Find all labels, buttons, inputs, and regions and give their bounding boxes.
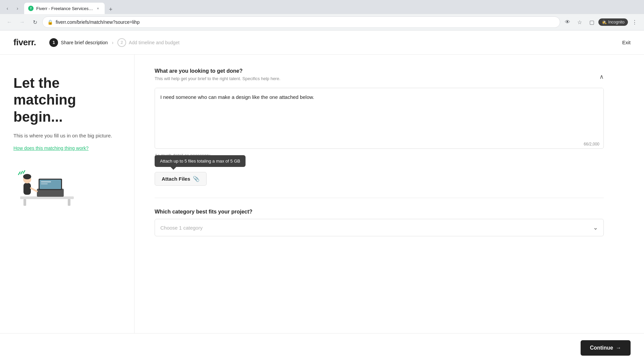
- lock-icon: 🔒: [47, 19, 53, 25]
- toolbar-right: 👁 ☆ ▢ 🕵 Incognito ⋮: [562, 17, 640, 27]
- attach-area: Attach up to 5 files totaling a max of 5…: [155, 172, 604, 186]
- address-text: fiverr.com/briefs/match/new?source=lihp: [56, 19, 555, 25]
- category-label: Which category best fits your project?: [155, 209, 604, 215]
- browser-chrome: ‹ › f Fiverr - Freelance Services Mar × …: [0, 0, 644, 31]
- question-label: What are you looking to get done?: [155, 68, 280, 74]
- svg-rect-8: [23, 183, 31, 195]
- tooltip-container: Attach up to 5 files totaling a max of 5…: [155, 172, 207, 186]
- right-panel: What are you looking to get done? This w…: [134, 55, 644, 333]
- sidebar-icon[interactable]: ▢: [586, 17, 597, 27]
- chevron-down-icon: ⌄: [593, 224, 598, 231]
- app-container: fiverr. 1 Share brief description › 2 Ad…: [0, 31, 644, 362]
- eye-slash-icon[interactable]: 👁: [562, 17, 573, 27]
- how-it-works-link[interactable]: How does this matching thing work?: [13, 145, 89, 151]
- browser-toolbar: ← → ↻ 🔒 fiverr.com/briefs/match/new?sour…: [0, 14, 644, 30]
- menu-icon[interactable]: ⋮: [629, 17, 640, 27]
- continue-arrow-icon: →: [616, 345, 621, 351]
- active-tab[interactable]: f Fiverr - Freelance Services Mar ×: [24, 3, 105, 14]
- question-section: What are you looking to get done? This w…: [155, 68, 604, 186]
- form-section-header: What are you looking to get done? This w…: [155, 68, 604, 85]
- stepper: 1 Share brief description › 2 Add timeli…: [49, 38, 179, 47]
- refresh-button[interactable]: ↻: [30, 17, 40, 27]
- continue-label: Continue: [590, 345, 613, 351]
- exit-button[interactable]: Exit: [622, 40, 631, 45]
- step-2-number: 2: [117, 38, 126, 47]
- bookmark-icon[interactable]: ☆: [574, 17, 585, 27]
- new-tab-button[interactable]: +: [106, 5, 115, 14]
- svg-rect-1: [23, 199, 26, 206]
- collapse-button[interactable]: ∧: [599, 73, 604, 80]
- svg-line-13: [21, 171, 22, 174]
- step-1: 1 Share brief description: [49, 38, 108, 47]
- collapse-icon: ∧: [599, 73, 604, 80]
- question-sublabel: This will help get your brief to the rig…: [155, 76, 280, 81]
- svg-rect-0: [20, 196, 74, 199]
- svg-line-12: [18, 172, 20, 175]
- step-arrow: ›: [112, 40, 113, 45]
- attach-files-button[interactable]: Attach Files 📎: [155, 172, 207, 186]
- tab-group: f Fiverr - Freelance Services Mar × +: [24, 3, 641, 14]
- textarea-wrapper: I need someone who can make a design lik…: [155, 88, 604, 149]
- svg-line-11: [31, 188, 37, 191]
- attach-icon: 📎: [193, 176, 200, 182]
- step-1-number: 1: [49, 38, 58, 47]
- app-header: fiverr. 1 Share brief description › 2 Ad…: [0, 31, 644, 55]
- illustration: [13, 165, 80, 205]
- tooltip-box: Attach up to 5 files totaling a max of 5…: [155, 155, 246, 167]
- tooltip-text: Attach up to 5 files totaling a max of 5…: [160, 159, 240, 164]
- attach-label: Attach Files: [162, 176, 190, 182]
- incognito-badge[interactable]: 🕵 Incognito: [598, 18, 628, 26]
- incognito-icon: 🕵: [602, 20, 607, 24]
- svg-rect-6: [41, 181, 51, 182]
- tab-back-icon[interactable]: ‹: [3, 4, 12, 13]
- left-panel: Let the matching begin... This is where …: [0, 55, 134, 333]
- category-dropdown[interactable]: Choose 1 category ⌄: [155, 219, 604, 236]
- svg-rect-7: [41, 183, 48, 184]
- char-count: 66/2,000: [155, 140, 603, 148]
- address-bar[interactable]: 🔒 fiverr.com/briefs/match/new?source=lih…: [42, 16, 560, 28]
- continue-button[interactable]: Continue →: [581, 340, 631, 356]
- description-textarea[interactable]: I need someone who can make a design lik…: [155, 88, 603, 138]
- page-body: This is where you fill us in on the big …: [13, 132, 121, 140]
- category-section: Which category best fits your project? C…: [155, 209, 604, 236]
- svg-rect-2: [68, 199, 70, 206]
- main-layout: Let the matching begin... This is where …: [0, 55, 644, 333]
- incognito-label: Incognito: [608, 20, 625, 24]
- category-placeholder: Choose 1 category: [160, 225, 203, 231]
- bottom-bar: Continue →: [0, 333, 644, 362]
- back-button[interactable]: ←: [4, 17, 15, 27]
- forward-button[interactable]: →: [17, 17, 28, 27]
- svg-line-14: [23, 171, 25, 173]
- tab-forward-icon[interactable]: ›: [13, 4, 22, 13]
- step-2: 2 Add timeline and budget: [117, 38, 179, 47]
- page-heading: Let the matching begin...: [13, 75, 121, 125]
- svg-point-10: [23, 174, 31, 179]
- tab-bar: ‹ › f Fiverr - Freelance Services Mar × …: [0, 0, 644, 14]
- step-1-label: Share brief description: [61, 40, 108, 45]
- tab-favicon: f: [28, 6, 34, 11]
- step-2-label: Add timeline and budget: [129, 40, 179, 45]
- tab-close-button[interactable]: ×: [95, 6, 101, 11]
- section-divider: [155, 198, 604, 198]
- tab-title: Fiverr - Freelance Services Mar: [36, 6, 93, 11]
- fiverr-logo: fiverr.: [13, 37, 36, 48]
